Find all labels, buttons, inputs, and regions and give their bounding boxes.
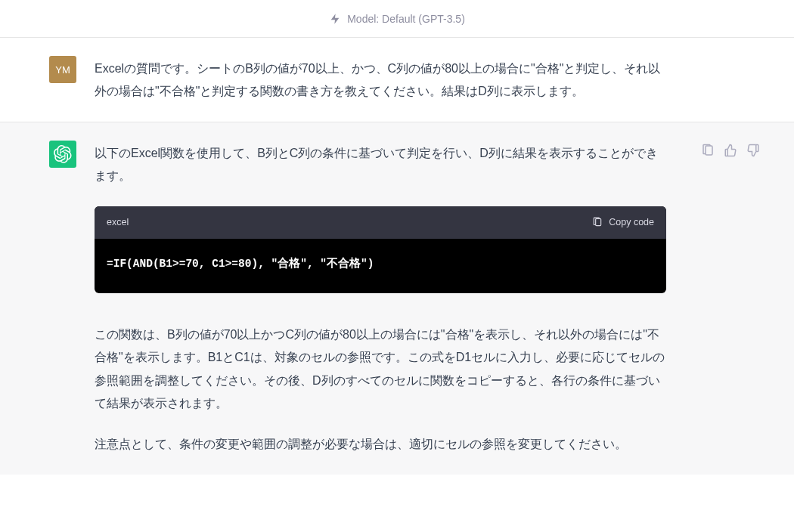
assistant-avatar: [49, 141, 76, 168]
thumbs-up-button[interactable]: [724, 144, 737, 157]
model-bar: Model: Default (GPT-3.5): [0, 0, 794, 38]
svg-rect-0: [596, 219, 601, 226]
assistant-message-content: 以下のExcel関数を使用して、B列とC列の条件に基づいて判定を行い、D列に結果…: [95, 141, 666, 456]
thumbs-down-button[interactable]: [746, 144, 760, 157]
assistant-turn: 以下のExcel関数を使用して、B列とC列の条件に基づいて判定を行い、D列に結果…: [0, 122, 794, 475]
bolt-icon: [329, 13, 341, 25]
model-label: Model: Default (GPT-3.5): [347, 13, 465, 25]
clipboard-icon: [592, 217, 603, 227]
code-content[interactable]: =IF(AND(B1>=70, C1>=80), "合格", "不合格"): [95, 239, 666, 293]
assistant-note-text: 注意点として、条件の変更や範囲の調整が必要な場合は、適切にセルの参照を変更してく…: [95, 433, 666, 456]
copy-response-button[interactable]: [701, 144, 715, 157]
user-avatar-initials: YM: [55, 64, 70, 76]
code-block-header: excel Copy code: [95, 206, 666, 240]
code-block: excel Copy code =IF(AND(B1>=70, C1>=80),…: [95, 206, 666, 293]
code-language-label: excel: [107, 214, 129, 232]
user-turn: YM Excelの質問です。シートのB列の値が70以上、かつ、C列の値が80以上…: [0, 38, 794, 122]
svg-rect-1: [706, 146, 712, 155]
copy-code-button[interactable]: Copy code: [592, 214, 654, 232]
user-message-text: Excelの質問です。シートのB列の値が70以上、かつ、C列の値が80以上の場合…: [95, 57, 666, 104]
assistant-intro-text: 以下のExcel関数を使用して、B列とC列の条件に基づいて判定を行い、D列に結果…: [95, 142, 666, 188]
copy-code-label: Copy code: [609, 214, 654, 232]
user-actions: [684, 56, 760, 104]
assistant-explanation-text: この関数は、B列の値が70以上かつC列の値が80以上の場合には"合格"を表示し、…: [95, 323, 666, 416]
user-avatar: YM: [49, 56, 76, 83]
user-message-content: Excelの質問です。シートのB列の値が70以上、かつ、C列の値が80以上の場合…: [95, 56, 666, 104]
assistant-actions: [684, 141, 760, 456]
